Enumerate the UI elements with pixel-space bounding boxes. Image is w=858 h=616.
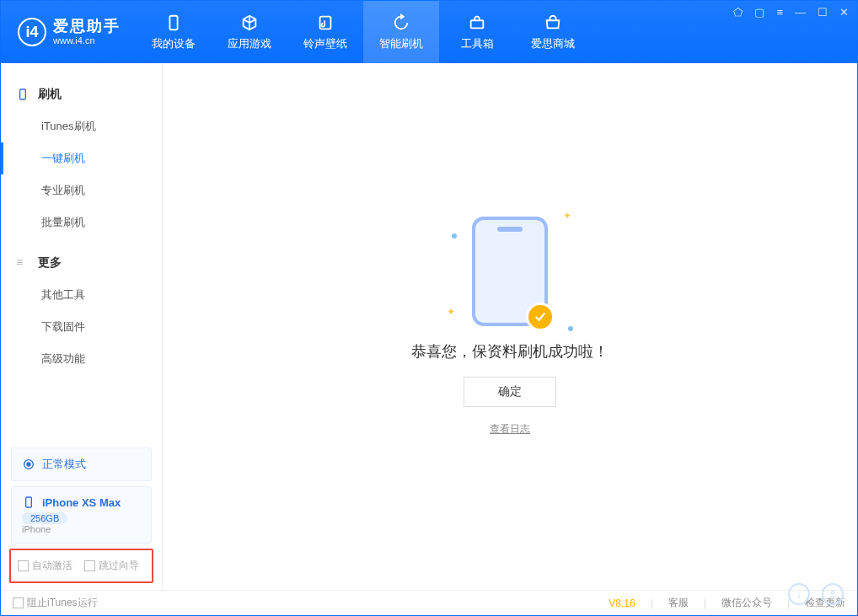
nav-label: 爱思商城	[531, 36, 575, 51]
lock-icon[interactable]: ▢	[754, 6, 764, 19]
svg-point-3	[831, 592, 834, 595]
nav-label: 铃声壁纸	[303, 36, 347, 51]
device-name: iPhone XS Max	[42, 496, 121, 509]
auto-activate-checkbox[interactable]: 自动激活	[18, 559, 72, 573]
store-icon	[543, 13, 563, 33]
wechat-link[interactable]: 微信公众号	[721, 596, 772, 610]
nav-my-device[interactable]: 我的设备	[136, 1, 212, 63]
sidebar-item-other-tools[interactable]: 其他工具	[1, 279, 162, 311]
options-highlight: 自动激活 跳过向导	[9, 549, 153, 583]
phone-icon	[164, 13, 184, 33]
sidebar-group-more: ≡ 更多	[1, 247, 162, 279]
cube-icon	[239, 13, 260, 33]
sidebar-item-advanced[interactable]: 高级功能	[1, 343, 162, 375]
mode-icon	[22, 458, 35, 471]
skip-wizard-checkbox[interactable]: 跳过向导	[84, 559, 139, 573]
mode-card[interactable]: 正常模式	[11, 447, 152, 481]
maximize-button[interactable]: ☐	[818, 6, 828, 19]
top-nav: 我的设备 应用游戏 铃声壁纸 智能刷机 工具箱 爱思商城	[136, 1, 591, 63]
device-storage-badge: 256GB	[22, 512, 67, 524]
support-link[interactable]: 客服	[668, 596, 689, 610]
nav-ringtones[interactable]: 铃声壁纸	[287, 1, 363, 63]
nav-label: 工具箱	[461, 36, 494, 51]
sidebar-item-pro-flash[interactable]: 专业刷机	[1, 174, 162, 206]
success-illustration: ✦ ✦	[472, 217, 548, 326]
device-icon	[16, 88, 29, 101]
device-card[interactable]: iPhone XS Max 256GB iPhone	[11, 486, 152, 544]
nav-label: 智能刷机	[379, 36, 423, 51]
shirt-icon[interactable]: ⬠	[733, 6, 743, 19]
checkbox-label: 自动激活	[32, 560, 72, 571]
version-label: V8.16	[609, 597, 635, 609]
sidebar: 刷机 iTunes刷机 一键刷机 专业刷机 批量刷机 ≡ 更多 其他工具 下载固…	[1, 63, 163, 590]
svg-rect-2	[471, 20, 484, 28]
nav-apps-games[interactable]: 应用游戏	[212, 1, 287, 63]
close-button[interactable]: ✕	[839, 6, 849, 19]
nav-smart-flash[interactable]: 智能刷机	[363, 1, 439, 63]
nav-label: 我的设备	[152, 36, 196, 51]
window-controls: ⬠ ▢ ≡ — ☐ ✕	[733, 6, 849, 19]
svg-rect-0	[169, 16, 177, 30]
user-icon[interactable]	[822, 583, 844, 605]
list-icon: ≡	[16, 256, 29, 270]
block-itunes-checkbox[interactable]: 阻止iTunes运行	[13, 596, 98, 610]
nav-store[interactable]: 爱思商城	[515, 1, 591, 63]
refresh-icon	[391, 13, 411, 33]
sidebar-group-flash: 刷机	[1, 78, 162, 110]
sidebar-group-title: 刷机	[38, 87, 62, 102]
toolbox-icon	[467, 13, 487, 33]
nav-label: 应用游戏	[228, 36, 271, 51]
minimize-button[interactable]: —	[795, 6, 806, 19]
sidebar-item-download-firmware[interactable]: 下载固件	[1, 311, 162, 343]
svg-rect-7	[26, 497, 32, 507]
view-log-link[interactable]: 查看日志	[490, 422, 530, 437]
nav-toolbox[interactable]: 工具箱	[439, 1, 515, 63]
sidebar-group-title: 更多	[38, 255, 62, 271]
app-name: 爱思助手	[53, 19, 121, 35]
download-icon[interactable]: ↓	[788, 583, 810, 605]
sidebar-item-batch-flash[interactable]: 批量刷机	[1, 206, 162, 238]
device-type: iPhone	[22, 524, 141, 534]
titlebar: i4 爱思助手 www.i4.cn 我的设备 应用游戏 铃声壁纸 智能刷机	[1, 1, 857, 63]
app-url: www.i4.cn	[53, 35, 121, 46]
music-icon	[315, 13, 335, 33]
check-icon	[526, 303, 555, 331]
sidebar-item-oneclick-flash[interactable]: 一键刷机	[1, 142, 162, 174]
mode-label: 正常模式	[42, 457, 86, 472]
logo-icon: i4	[18, 18, 46, 46]
checkbox-label: 跳过向导	[99, 560, 139, 571]
success-message: 恭喜您，保资料刷机成功啦！	[411, 341, 609, 362]
ok-button[interactable]: 确定	[464, 377, 556, 407]
svg-point-6	[27, 463, 30, 466]
status-bar: 阻止iTunes运行 V8.16 | 客服 | 微信公众号 | 检查更新	[1, 590, 857, 615]
svg-rect-4	[20, 89, 26, 99]
main-content: ✦ ✦ 恭喜您，保资料刷机成功啦！ 确定 查看日志	[163, 63, 857, 590]
checkbox-label: 阻止iTunes运行	[27, 597, 98, 608]
sidebar-item-itunes-flash[interactable]: iTunes刷机	[1, 110, 162, 142]
app-logo: i4 爱思助手 www.i4.cn	[1, 18, 136, 46]
menu-icon[interactable]: ≡	[776, 6, 783, 19]
device-icon	[22, 495, 35, 509]
